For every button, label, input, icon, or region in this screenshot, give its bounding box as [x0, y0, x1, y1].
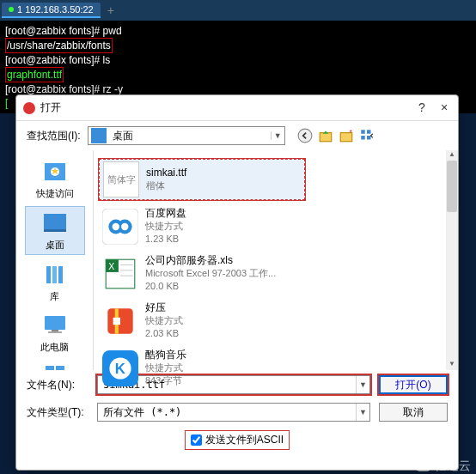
svg-rect-11: [44, 229, 66, 232]
svg-rect-13: [52, 266, 57, 283]
sidebar-item-libraries[interactable]: 库: [25, 258, 85, 306]
kugou-icon: K: [102, 350, 138, 386]
file-item-simkai[interactable]: 简体字 simkai.ttf楷体: [99, 159, 305, 200]
scrollbar[interactable]: ▲ ▼: [446, 150, 458, 370]
sidebar-label: 快捷访问: [36, 187, 74, 200]
cmd-ls: ls: [103, 54, 111, 66]
app-icon: [23, 102, 35, 114]
tab-status-icon: [9, 7, 14, 12]
file-name: 酷狗音乐: [145, 349, 186, 362]
output-file: graphfont.ttf: [5, 67, 64, 82]
places-sidebar: 快捷访问 桌面 库 此电脑 网络: [16, 150, 94, 370]
filetype-arrow[interactable]: ▼: [356, 404, 369, 421]
back-icon[interactable]: [297, 128, 313, 143]
svg-point-0: [298, 129, 312, 143]
lookup-label: 查找范围(I):: [27, 129, 81, 143]
view-icon[interactable]: [359, 128, 375, 143]
dialog-title: 打开: [40, 100, 415, 115]
lookup-arrow[interactable]: ▼: [271, 131, 284, 140]
svg-rect-5: [367, 130, 371, 134]
desktop-icon: [40, 210, 70, 237]
lookup-combo[interactable]: ▼: [88, 126, 285, 145]
libraries-icon: [40, 261, 70, 289]
file-type: 快捷方式: [145, 314, 183, 327]
tab-title: 1 192.168.3.50:22: [17, 4, 94, 15]
sidebar-item-quickaccess[interactable]: 快捷访问: [25, 155, 85, 203]
file-size: 20.0 KB: [145, 280, 276, 293]
filename-label: 文件名(N):: [27, 378, 88, 392]
filetype-label: 文件类型(T):: [27, 405, 88, 420]
baidu-icon: [102, 209, 138, 245]
ascii-checkbox-wrap[interactable]: 发送文件到ASCII: [185, 430, 290, 450]
new-folder-icon[interactable]: *: [339, 128, 354, 143]
file-type: 楷体: [146, 179, 186, 192]
help-button[interactable]: ?: [415, 101, 429, 115]
lookup-row: 查找范围(I): ▼ *: [16, 121, 458, 150]
excel-icon: X: [102, 256, 138, 292]
svg-text:*: *: [349, 128, 352, 137]
svg-rect-6: [361, 136, 365, 140]
svg-text:X: X: [108, 260, 114, 270]
scroll-up[interactable]: ▲: [446, 150, 458, 161]
desktop-icon: [91, 128, 107, 143]
tab-session[interactable]: 1 192.168.3.50:22: [2, 3, 101, 18]
file-type: 快捷方式: [145, 362, 186, 374]
close-button[interactable]: ×: [437, 101, 451, 115]
svg-rect-7: [367, 136, 371, 140]
scroll-down[interactable]: ▼: [446, 360, 458, 370]
svg-rect-18: [46, 366, 54, 370]
svg-rect-10: [44, 214, 66, 229]
output-path: /usr/share/zabbix/fonts: [5, 38, 113, 53]
file-name: simkai.ttf: [146, 167, 186, 179]
file-item-excel[interactable]: X 公司内部服务器.xlsMicrosoft Excel 97-2003 工作.…: [99, 252, 453, 295]
file-type: Microsoft Excel 97-2003 工作...: [145, 267, 276, 280]
filetype-combo[interactable]: ▼: [97, 403, 370, 422]
file-type: 快捷方式: [145, 220, 186, 233]
network-icon: [40, 362, 70, 370]
font-icon: 简体字: [103, 161, 139, 198]
sidebar-label: 桌面: [46, 239, 64, 252]
prompt: [root@zabbix fonts]#: [5, 83, 103, 95]
svg-rect-1: [320, 133, 332, 142]
sidebar-item-thispc[interactable]: 此电脑: [25, 309, 85, 356]
cmd-pwd: pwd: [103, 25, 122, 37]
svg-text:K: K: [115, 361, 125, 377]
sidebar-item-network[interactable]: 网络: [25, 360, 85, 370]
title-bar[interactable]: 打开 ? ×: [16, 95, 458, 121]
ascii-label: 发送文件到ASCII: [205, 433, 284, 447]
bracket: [: [5, 97, 8, 109]
file-size: 1.23 KB: [145, 233, 186, 246]
sidebar-label: 此电脑: [40, 341, 69, 354]
quickaccess-icon: [40, 158, 70, 185]
file-size: 843 字节: [145, 374, 186, 387]
nav-icons: *: [297, 128, 375, 143]
svg-rect-4: [361, 130, 365, 134]
svg-point-24: [113, 222, 119, 229]
lookup-input[interactable]: [109, 130, 271, 142]
tab-add-button[interactable]: +: [101, 3, 121, 17]
up-icon[interactable]: [318, 128, 333, 143]
prompt: [root@zabbix fonts]#: [5, 54, 103, 66]
svg-point-25: [121, 222, 128, 229]
file-name: 百度网盘: [145, 207, 186, 220]
file-item-kugou[interactable]: K 酷狗音乐快捷方式843 字节: [99, 347, 453, 389]
ascii-checkbox[interactable]: [191, 434, 202, 446]
file-item-baidu[interactable]: 百度网盘快捷方式1.23 KB: [99, 205, 453, 247]
svg-rect-16: [52, 330, 58, 331]
sidebar-label: 库: [50, 290, 59, 303]
haozip-icon: [102, 303, 138, 339]
file-name: 好压: [145, 301, 183, 314]
scroll-thumb[interactable]: [447, 161, 457, 212]
thispc-icon: [40, 312, 70, 339]
cmd-rz: rz -y: [103, 83, 123, 95]
filetype-input[interactable]: [98, 404, 356, 421]
file-item-haozip[interactable]: 好压快捷方式2.03 KB: [99, 300, 453, 342]
file-list-area: 简体字 simkai.ttf楷体 百度网盘快捷方式1.23 KB X 公司内部服…: [94, 150, 458, 370]
prompt: [root@zabbix fonts]#: [5, 25, 103, 37]
svg-rect-14: [58, 266, 63, 283]
svg-rect-17: [48, 331, 62, 333]
sidebar-item-desktop[interactable]: 桌面: [25, 206, 85, 255]
open-dialog: 打开 ? × 查找范围(I): ▼ * 快捷访问 桌面: [15, 94, 459, 471]
cancel-button[interactable]: 取消: [379, 403, 448, 422]
file-name: 公司内部服务器.xls: [145, 254, 276, 267]
